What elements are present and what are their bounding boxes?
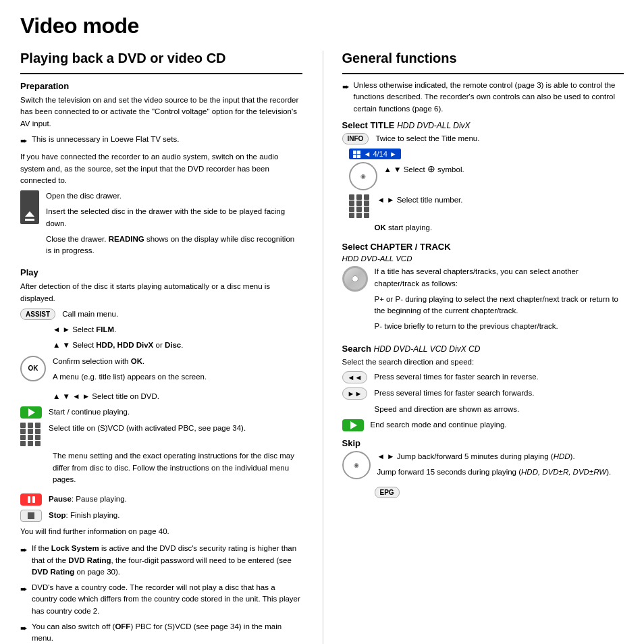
end-search-row: End search mode and continue playing. [342, 419, 624, 431]
pbc-note: ➨ You can also switch off (OFF) PBC for … [20, 621, 302, 644]
select-hdd-text: ▲ ▼ Select HDD, HDD DivX or Disc. [53, 340, 183, 351]
pause-button [20, 493, 42, 506]
title-display-bar: ◄ 4/14 ► [349, 149, 401, 159]
select-title-label: Select TITLE HDD DVD-ALL DivX [342, 120, 624, 130]
page-title: Video mode [20, 14, 624, 38]
ok-button: OK [20, 356, 46, 381]
ok-start-row: OK start playing. [375, 222, 624, 234]
play-button [20, 406, 42, 419]
chapter-tags: HDD DVD-ALL VCD [342, 254, 624, 263]
nav-circle-row: ◉ ▲ ▼ Select ⊕ symbol. [349, 162, 624, 190]
select-chapter-label: Select CHAPTER / TRACK [342, 242, 624, 252]
preparation-para1: Switch the television on and set the vid… [20, 95, 302, 130]
ff-button: ►► [342, 387, 368, 400]
numpad-row: Select title on (S)VCD (with activated P… [20, 423, 302, 446]
ff-row: ►► Press several times for faster search… [342, 387, 624, 400]
chapter-text: If a title has several chapters/tracks, … [375, 266, 624, 336]
ok-start-text: OK start playing. [375, 222, 433, 234]
start-playing-text: Start / continue playing. [49, 406, 130, 418]
ok-text: Confirm selection with OK. A menu (e.g. … [53, 356, 207, 387]
end-search-text: End search mode and continue playing. [371, 419, 507, 431]
end-search-play-button [342, 419, 364, 431]
search-label: Search HDD DVD-ALL VCD DivX CD [342, 344, 624, 354]
call-main-text: Call main menu. [62, 308, 118, 320]
insert-disc-text: Insert the selected disc in the drawer w… [46, 206, 302, 230]
right-intro: ➨ Unless otherwise indicated, the remote… [342, 80, 624, 115]
play-button-row: Start / continue playing. [20, 406, 302, 419]
disc-icon-row: If a title has several chapters/tracks, … [342, 266, 624, 336]
close-drawer-text: Close the drawer. READING shows on the d… [46, 234, 302, 257]
right-section-title: General functions [342, 51, 624, 66]
disc-icon [342, 266, 368, 292]
select-symbol-text: ▲ ▼ Select ⊕ symbol. [384, 162, 464, 176]
preparation-note1: ➨ This is unnecessary in Loewe Flat TV s… [20, 134, 302, 148]
assist-button: ASSIST [20, 308, 55, 320]
stop-button [20, 510, 42, 522]
left-section-title: Playing back a DVD or video CD [20, 51, 302, 66]
assist-row: ASSIST Call main menu. [20, 308, 302, 320]
open-drawer-text: Open the disc drawer. [46, 190, 302, 202]
select-film-text: ◄ ► Select FILM. [53, 324, 116, 336]
speed-text: Speed and direction are shown as arrows. [375, 404, 520, 415]
nav-circle: ◉ [349, 162, 377, 190]
rewind-row: ◄◄ Press several times for faster search… [342, 371, 624, 383]
select-title-row: ▲ ▼ ◄ ► Select title on DVD. [20, 391, 302, 402]
rewind-text: Press several times for faster search in… [374, 371, 539, 383]
info-button: INFO [342, 133, 369, 144]
preparation-title: Preparation [20, 81, 302, 91]
skip-nav-circle: ◉ [342, 451, 371, 479]
ok-row: OK Confirm selection with OK. A menu (e.… [20, 356, 302, 387]
epg-row: EPG [375, 487, 624, 498]
skip-label: Skip [342, 438, 624, 448]
speed-row: Speed and direction are shown as arrows. [342, 404, 624, 415]
stop-text: Stop: Finish playing. [49, 510, 119, 521]
preparation-para2: If you have connected the recorder to an… [20, 151, 302, 186]
numpad-icon [20, 423, 42, 446]
rewind-button: ◄◄ [342, 371, 368, 383]
epg-button: EPG [375, 487, 400, 498]
country-note: ➨ DVD's have a country code. The recorde… [20, 582, 302, 617]
numpad-title-row: ◄ ► Select title number. [349, 194, 624, 218]
ff-text: Press several times for faster search fo… [374, 387, 534, 399]
menu-setting-text: The menu setting and the exact operating… [53, 450, 302, 485]
title-display-row: ◄ 4/14 ► [349, 149, 624, 159]
select-hdd-row: ▲ ▼ Select HDD, HDD DivX or Disc. [20, 340, 302, 351]
open-drawer-row: Open the disc drawer. Insert the selecte… [20, 190, 302, 261]
left-column: Playing back a DVD or video CD Preparati… [20, 51, 302, 644]
pause-text: Pause: Pause playing. [49, 493, 127, 505]
select-title-dvd-text: ▲ ▼ ◄ ► Select title on DVD. [53, 391, 159, 402]
info-row: INFO Twice to select the Title menu. [342, 133, 624, 144]
play-title: Play [20, 267, 302, 277]
skip-nav-row: ◉ ◄ ► Jump back/forward 5 minutes during… [342, 451, 624, 483]
twice-text: Twice to select the Title menu. [375, 133, 479, 144]
menu-setting-row: The menu setting and the exact operating… [20, 450, 302, 489]
stop-row: Stop: Finish playing. [20, 510, 302, 522]
right-column: General functions ➨ Unless otherwise ind… [323, 51, 624, 644]
select-film-row: ◄ ► Select FILM. [20, 324, 302, 336]
search-intro: Select the search direction and speed: [342, 356, 624, 368]
lock-note: ➨ If the Lock System is active and the D… [20, 543, 302, 578]
select-num-text: ◄ ► Select title number. [377, 194, 463, 206]
eject-icon [20, 190, 39, 224]
play-intro: After detection of the disc it starts pl… [20, 281, 302, 304]
skip-text: ◄ ► Jump back/forward 5 minutes during p… [377, 451, 612, 483]
further-info-text: You will find further information on pag… [20, 526, 302, 537]
pause-row: Pause: Pause playing. [20, 493, 302, 506]
select-svcd-text: Select title on (S)VCD (with activated P… [49, 423, 246, 434]
numpad-right-icon [349, 194, 371, 218]
